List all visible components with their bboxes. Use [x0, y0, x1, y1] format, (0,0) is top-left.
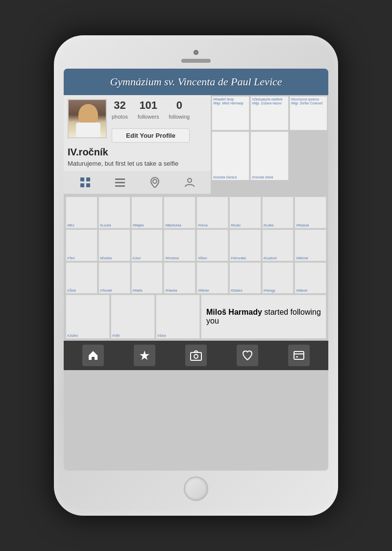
cell-label-lulka: #Ľulka: [264, 224, 274, 227]
top-right-cell-2: #Zástupkyňa riaditeľa#Mgr. Zuzana Hazne: [250, 96, 288, 130]
notification-name: Miloš Harmady: [206, 308, 262, 316]
cell-label-lucka: #Lucka: [100, 224, 111, 227]
grid-cell-mata: #Maťa: [131, 262, 163, 294]
tab-grid[interactable]: [78, 175, 93, 190]
app-title: Gymnázium sv. Vincenta de Paul Levice: [71, 75, 321, 88]
grid-cell-evicka: #Evička: [98, 229, 130, 261]
cell-label-hengy: #Hengy: [264, 289, 275, 292]
top-right-label-2: #Zástupkyňa riaditeľa#Mgr. Zuzana Hazne: [252, 98, 282, 106]
svg-rect-11: [294, 351, 304, 359]
grid-cell-hengy: #Hengy: [262, 262, 294, 294]
cell-label-brz: #Brz: [67, 224, 74, 227]
grid-cell-noni: #Ňoni: [196, 229, 228, 261]
grid-row-1: #Brz #Lucka #Majka #Barborka #Veva #Kubo…: [66, 197, 326, 228]
cell-label-tomas: #Tomáš: [100, 289, 112, 292]
svg-rect-5: [115, 182, 125, 183]
app-header: Gymnázium sv. Vincenta de Paul Levice: [64, 69, 328, 95]
tab-location[interactable]: [147, 175, 162, 190]
svg-rect-6: [115, 185, 125, 187]
svg-point-8: [188, 178, 192, 182]
tablet-speaker: [181, 59, 211, 63]
top-right-cell-3: #Duchovný správca#Mgr. Štefan Ćoskovič: [290, 96, 327, 130]
cell-label-sebi: #Šebi: [67, 289, 76, 292]
top-right-label-3: #Duchovný správca#Mgr. Štefan Ćoskovič: [291, 98, 323, 106]
cell-label-jovi: #Jovi: [133, 256, 141, 260]
cell-label-radula: #Radula: [296, 224, 309, 227]
cell-label-veronika: #Veronika: [231, 256, 246, 260]
svg-rect-9: [191, 352, 201, 360]
cell-label-mata: #Maťa: [133, 289, 143, 292]
right-top-section: #Riaditeľ školy#Mgr. Miloš Harmady #Zást…: [211, 95, 328, 195]
grid-cell-sica: #Sica: [156, 295, 200, 339]
nav-camera-button[interactable]: [185, 345, 207, 366]
cell-label-hanka: #Hanka: [165, 289, 177, 292]
tablet-camera: [194, 50, 198, 55]
cell-label-barborka: #Barborka: [165, 224, 181, 227]
cell-label-dades: #Dades: [231, 289, 243, 292]
notification-text: Miloš Harmady started following you: [206, 308, 321, 326]
cell-label-noni: #Ňoni: [198, 256, 207, 260]
cell-label-majka: #Majka: [133, 224, 144, 227]
grid-cell-minke: #Minke: [196, 262, 228, 294]
tab-person[interactable]: [182, 175, 197, 190]
cell-label-michal: #Michal: [296, 256, 308, 260]
grid-cell-barborka: #Barborka: [164, 197, 196, 228]
tablet-screen: Gymnázium sv. Vincenta de Paul Levice: [64, 69, 328, 471]
cell-label-teri: #Teri: [67, 256, 74, 260]
grid-cell-tomas: #Tomáš: [98, 262, 130, 294]
top-right-label-5: #mestia Silvia: [252, 175, 273, 179]
grid-cell-dades: #Dades: [229, 262, 261, 294]
notification-bar: Miloš Harmady started following you: [201, 295, 326, 339]
grid-cell-hanka: #Hanka: [164, 262, 196, 294]
grid-cell-jovi: #Jovi: [131, 229, 163, 261]
cell-label-viki: #Viki: [112, 334, 120, 337]
svg-rect-4: [115, 178, 125, 180]
top-right-label-4: #mestia Danica: [213, 175, 237, 179]
grid-cell-lucka: #Lucka: [98, 197, 130, 228]
svg-rect-0: [80, 177, 84, 181]
grid-cell-teri: #Teri: [66, 229, 98, 261]
grid-cell-kristina: #Kristína: [164, 229, 196, 261]
profile-name: IV.ročník: [68, 147, 207, 158]
nav-heart-button[interactable]: [237, 345, 258, 366]
grid-cell-ludovit: #Ľudovít: [262, 229, 294, 261]
tab-list[interactable]: [113, 175, 127, 190]
top-right-cell-5: #mestia Silvia: [250, 131, 288, 180]
cell-label-sica: #Sica: [157, 334, 166, 337]
tablet-frame: Gymnázium sv. Vincenta de Paul Levice: [54, 35, 338, 516]
cell-label-marek: #Marek: [296, 289, 307, 292]
grid-cell-michal: #Michal: [294, 229, 326, 261]
svg-point-7: [153, 179, 157, 183]
grid-row-2: #Teri #Evička #Jovi #Kristína #Ňoni #Ver…: [66, 229, 326, 261]
nav-home-button[interactable]: [82, 345, 104, 366]
avatar: [68, 99, 107, 138]
cell-label-kristina: #Kristína: [165, 256, 179, 260]
svg-rect-2: [80, 183, 84, 187]
nav-card-button[interactable]: [288, 345, 310, 366]
top-right-label-1: #Riaditeľ školy#Mgr. Miloš Harmady: [213, 98, 244, 106]
grid-row-4: #Jožko #Viki #Sica: [66, 295, 200, 339]
profile-stats: 32 photos 101 followers 0 following: [112, 99, 190, 121]
cell-label-minke: #Minke: [198, 289, 209, 292]
cell-label-evicka: #Evička: [100, 256, 112, 260]
cell-label-veva: #Veva: [198, 224, 208, 227]
cell-label-ludovit: #Ľudovít: [264, 256, 277, 260]
grid-cell-majka: #Majka: [131, 197, 163, 228]
grid-cell-radula: #Radula: [294, 197, 326, 228]
top-right-cell-1: #Riaditeľ školy#Mgr. Miloš Harmady: [212, 96, 249, 130]
top-right-cell-empty: [290, 131, 327, 180]
edit-profile-button[interactable]: Edit Your Profile: [112, 128, 190, 143]
top-right-cell-4: #mestia Danica: [212, 131, 249, 180]
grid-cell-viki: #Viki: [111, 295, 155, 339]
profile-bio: Maturujeme, but first let us take a self…: [68, 160, 207, 167]
grid-cell-lulka: #Ľulka: [262, 197, 294, 228]
svg-rect-3: [86, 183, 90, 187]
nav-star-button[interactable]: [134, 345, 155, 366]
grid-row-4-container: #Jožko #Viki #Sica: [66, 295, 200, 339]
stat-photos: 32 photos: [112, 99, 128, 121]
grid-cell-kubo: #Kubo: [229, 197, 261, 228]
tablet-home-button[interactable]: [184, 476, 208, 501]
svg-rect-1: [86, 177, 90, 181]
bottom-nav: [64, 341, 328, 370]
grid-cell-veva: #Veva: [196, 197, 228, 228]
